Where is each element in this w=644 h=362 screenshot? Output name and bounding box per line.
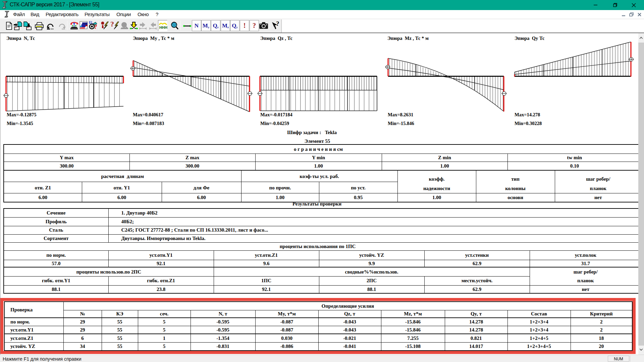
svg-text:?: ? bbox=[110, 21, 114, 28]
svg-text:?: ? bbox=[94, 23, 97, 30]
svg-text:?: ? bbox=[276, 21, 279, 27]
svg-text:HHH: HHH bbox=[159, 25, 167, 29]
